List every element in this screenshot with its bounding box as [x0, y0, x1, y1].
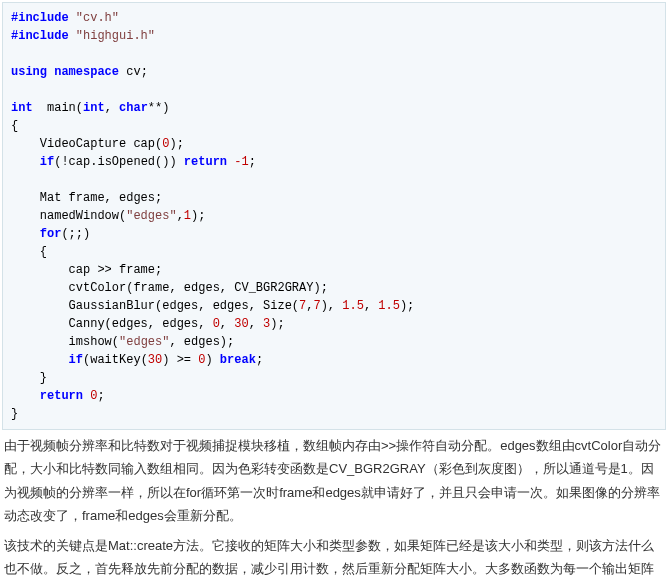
code-block-main: #include "cv.h" #include "highgui.h" usi… [2, 2, 666, 430]
paragraph-2: 该技术的关键点是Mat::create方法。它接收的矩阵大小和类型参数，如果矩阵… [0, 532, 668, 576]
paragraph-1: 由于视频帧分辨率和比特数对于视频捕捉模块移植，数组帧内存由>>操作符自动分配。e… [0, 432, 668, 530]
